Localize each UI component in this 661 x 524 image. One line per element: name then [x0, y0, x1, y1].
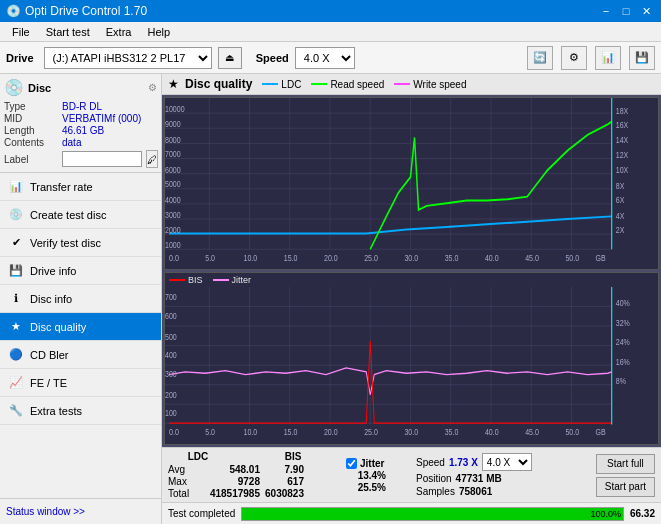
- statusbar: Status window >>: [0, 498, 161, 524]
- position-value: 47731 MB: [456, 473, 502, 484]
- sidebar-item-disc-quality[interactable]: ★ Disc quality: [0, 313, 161, 341]
- sidebar-item-drive-info[interactable]: 💾 Drive info: [0, 257, 161, 285]
- bis-col-header: BIS: [268, 451, 318, 462]
- svg-text:18X: 18X: [616, 106, 629, 116]
- avg-ldc: 548.01: [200, 464, 260, 475]
- progress-text: 100.0%: [590, 509, 621, 519]
- total-label: Total: [168, 488, 196, 499]
- cd-bler-label: CD Bler: [30, 349, 69, 361]
- svg-text:8X: 8X: [616, 181, 625, 191]
- disc-quality-label: Disc quality: [30, 321, 86, 333]
- content-area: ★ Disc quality LDC Read speed Write spee…: [162, 74, 661, 524]
- drive-select[interactable]: (J:) ATAPI iHBS312 2 PL17: [44, 47, 212, 69]
- svg-text:40.0: 40.0: [485, 253, 499, 263]
- chart-bis: BIS Jitter: [164, 272, 659, 445]
- jitter-checkbox[interactable]: [346, 458, 357, 469]
- svg-text:40.0: 40.0: [485, 426, 499, 437]
- svg-text:32%: 32%: [616, 317, 631, 328]
- sidebar-item-extra-tests[interactable]: 🔧 Extra tests: [0, 397, 161, 425]
- save-button[interactable]: 💾: [629, 46, 655, 70]
- svg-text:2000: 2000: [165, 226, 181, 236]
- app-icon: 💿: [6, 4, 21, 18]
- avg-bis: 7.90: [264, 464, 304, 475]
- svg-text:10X: 10X: [616, 165, 629, 175]
- sidebar-item-create-test-disc[interactable]: 💿 Create test disc: [0, 201, 161, 229]
- max-bis: 617: [264, 476, 304, 487]
- start-full-button[interactable]: Start full: [596, 454, 655, 474]
- content-header-icon: ★: [168, 77, 179, 91]
- svg-text:20.0: 20.0: [324, 426, 338, 437]
- speed-info-label: Speed: [416, 457, 445, 468]
- menu-help[interactable]: Help: [139, 24, 178, 40]
- status-window-link[interactable]: Status window >>: [6, 506, 85, 517]
- writespeed-legend-label: Write speed: [413, 79, 466, 90]
- svg-text:5000: 5000: [165, 180, 181, 190]
- close-button[interactable]: ✕: [637, 3, 655, 19]
- max-jitter: 25.5%: [346, 482, 386, 493]
- graph-button[interactable]: 📊: [595, 46, 621, 70]
- speed-info-select[interactable]: 4.0 X: [482, 453, 532, 471]
- svg-text:8%: 8%: [616, 375, 627, 386]
- svg-text:5.0: 5.0: [205, 253, 215, 263]
- sidebar-item-cd-bler[interactable]: 🔵 CD Bler: [0, 341, 161, 369]
- svg-text:10.0: 10.0: [243, 253, 257, 263]
- label-input[interactable]: [62, 151, 142, 167]
- svg-text:100: 100: [165, 407, 177, 418]
- content-header: ★ Disc quality LDC Read speed Write spee…: [162, 74, 661, 95]
- menu-extra[interactable]: Extra: [98, 24, 140, 40]
- disc-info-label: Disc info: [30, 293, 72, 305]
- sidebar: 💿 Disc ⚙ Type BD-R DL MID VERBATIMf (000…: [0, 74, 162, 524]
- label-edit-button[interactable]: 🖊: [146, 150, 158, 168]
- svg-text:3000: 3000: [165, 210, 181, 220]
- menubar: File Start test Extra Help: [0, 22, 661, 42]
- svg-text:40%: 40%: [616, 297, 631, 308]
- svg-rect-0: [165, 98, 658, 269]
- eject-button[interactable]: ⏏: [218, 47, 242, 69]
- position-label: Position: [416, 473, 452, 484]
- label-key: Label: [4, 154, 58, 165]
- verify-test-disc-icon: ✔: [8, 235, 24, 251]
- sidebar-item-verify-test-disc[interactable]: ✔ Verify test disc: [0, 229, 161, 257]
- minimize-button[interactable]: −: [597, 3, 615, 19]
- extra-tests-icon: 🔧: [8, 403, 24, 419]
- fe-te-label: FE / TE: [30, 377, 67, 389]
- drive-info-label: Drive info: [30, 265, 76, 277]
- svg-rect-54: [165, 287, 658, 442]
- svg-text:300: 300: [165, 368, 177, 379]
- svg-text:45.0: 45.0: [525, 426, 539, 437]
- svg-text:0.0: 0.0: [169, 426, 179, 437]
- contents-value: data: [62, 137, 81, 148]
- speed-select[interactable]: 4.0 X: [295, 47, 355, 69]
- svg-text:20.0: 20.0: [324, 253, 338, 263]
- svg-text:200: 200: [165, 388, 177, 399]
- avg-jitter: 13.4%: [346, 470, 386, 481]
- svg-text:1000: 1000: [165, 240, 181, 250]
- sidebar-item-disc-info[interactable]: ℹ Disc info: [0, 285, 161, 313]
- ldc-col-header: LDC: [168, 451, 228, 462]
- mid-key: MID: [4, 113, 58, 124]
- svg-text:8000: 8000: [165, 135, 181, 145]
- jitter-legend-label: Jitter: [232, 275, 252, 285]
- svg-text:2X: 2X: [616, 226, 625, 236]
- legend-top: LDC Read speed Write speed: [262, 79, 466, 90]
- maximize-button[interactable]: □: [617, 3, 635, 19]
- settings-button[interactable]: ⚙: [561, 46, 587, 70]
- speed-info-value: 1.73 X: [449, 457, 478, 468]
- svg-text:12X: 12X: [616, 151, 629, 161]
- content-title: Disc quality: [185, 77, 252, 91]
- transfer-rate-label: Transfer rate: [30, 181, 93, 193]
- sidebar-item-fe-te[interactable]: 📈 FE / TE: [0, 369, 161, 397]
- svg-text:16X: 16X: [616, 120, 629, 130]
- svg-text:10.0: 10.0: [243, 426, 257, 437]
- verify-test-disc-label: Verify test disc: [30, 237, 101, 249]
- jitter-col-header: Jitter: [360, 458, 384, 469]
- start-part-button[interactable]: Start part: [596, 477, 655, 497]
- refresh-button[interactable]: 🔄: [527, 46, 553, 70]
- svg-text:14X: 14X: [616, 135, 629, 145]
- chart-ldc: 18X 16X 14X 12X 10X 8X 6X 4X 2X 10000 90…: [164, 97, 659, 270]
- menu-file[interactable]: File: [4, 24, 38, 40]
- nav-items: 📊 Transfer rate 💿 Create test disc ✔ Ver…: [0, 173, 161, 498]
- main-area: 💿 Disc ⚙ Type BD-R DL MID VERBATIMf (000…: [0, 74, 661, 524]
- menu-start-test[interactable]: Start test: [38, 24, 98, 40]
- sidebar-item-transfer-rate[interactable]: 📊 Transfer rate: [0, 173, 161, 201]
